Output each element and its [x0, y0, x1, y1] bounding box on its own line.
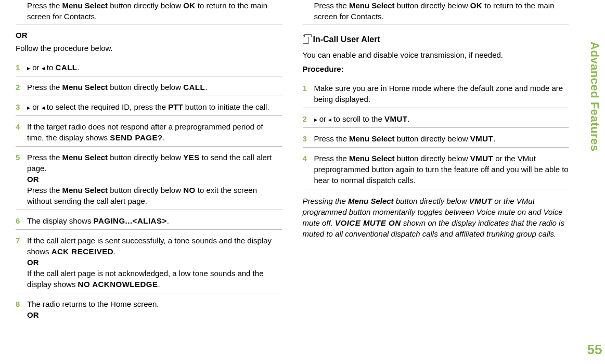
step-number: 8	[16, 298, 27, 320]
text: button directly below	[394, 197, 469, 205]
text: .	[163, 133, 165, 142]
step-number: 1	[16, 62, 27, 73]
step-text: Press the Menu Select button directly be…	[314, 153, 569, 186]
left-intro: Press the Menu Select button directly be…	[16, 0, 282, 22]
or-label: OR	[27, 175, 39, 184]
or-label: OR	[27, 310, 39, 319]
text: .	[407, 114, 409, 123]
step-number: 5	[16, 152, 27, 206]
text: to select the required ID, press the	[45, 102, 169, 111]
text: or	[30, 102, 42, 111]
step-text: The radio returns to the Home screen. OR	[27, 298, 282, 320]
menu-select-label: Menu Select	[62, 186, 108, 194]
text: button directly below	[108, 83, 183, 92]
text: Press the	[314, 1, 350, 10]
text: Press the	[314, 134, 350, 143]
text: .	[167, 216, 169, 225]
step-text: or to CALL.	[27, 62, 282, 73]
step-4: 4 If the target radio does not respond a…	[16, 116, 282, 143]
step-text: Press the Menu Select button directly be…	[314, 133, 569, 144]
follow-text: Follow the procedure below.	[16, 43, 282, 54]
manual-page: Press the Menu Select button directly be…	[0, 0, 605, 364]
step-text: or to scroll to the VMUT.	[314, 113, 569, 124]
sidebar-title: Advanced Features	[587, 42, 603, 151]
ptt-label: PTT	[168, 102, 183, 111]
step-1: 1 or to CALL.	[16, 57, 282, 73]
step-number: 2	[16, 82, 27, 93]
right-intro: Press the Menu Select button directly be…	[303, 0, 569, 22]
vmut-label: VMUT	[384, 114, 408, 123]
menu-select-label: Menu Select	[349, 154, 395, 163]
step-6: 6 The display shows PAGING...<ALIAS>.	[16, 210, 282, 226]
step-number: 3	[16, 101, 27, 112]
step-number: 2	[303, 113, 314, 124]
divider	[16, 24, 282, 24]
yes-label: YES	[183, 153, 200, 162]
text: .	[113, 247, 115, 256]
section-title: In-Call User Alert	[313, 34, 380, 45]
procedure-label: Procedure:	[303, 63, 569, 74]
vmut-label: VMUT	[470, 154, 494, 163]
text: or	[317, 114, 329, 123]
step-text: If the target radio does not respond aft…	[27, 121, 282, 143]
text: .	[78, 63, 80, 72]
text: button directly below	[108, 186, 183, 194]
section-description: You can enable and disable voice transmi…	[303, 49, 569, 60]
step-text: The display shows PAGING...<ALIAS>.	[27, 215, 282, 226]
step-number: 4	[16, 121, 27, 143]
menu-select-label: Menu Select	[62, 153, 108, 162]
ok-label: OK	[470, 1, 483, 10]
send-page-label: SEND PAGE?	[110, 133, 162, 142]
text: Press the	[27, 83, 62, 92]
step-8: 8 The radio returns to the Home screen. …	[16, 293, 282, 320]
text: or	[30, 63, 42, 72]
no-label: NO	[183, 186, 196, 194]
or-label: OR	[27, 258, 39, 267]
right-column: Press the Menu Select button directly be…	[292, 0, 585, 364]
divider	[303, 189, 569, 189]
r-step-3: 3 Press the Menu Select button directly …	[303, 128, 569, 144]
section-header: In-Call User Alert	[303, 34, 569, 45]
step-text: or to select the required ID, press the …	[27, 101, 282, 112]
text: button directly below	[395, 1, 470, 10]
r-step-2: 2 or to scroll to the VMUT.	[303, 108, 569, 124]
menu-select-label: Menu Select	[349, 134, 395, 143]
note-paragraph: Pressing the Menu Select button directly…	[303, 196, 569, 239]
step-number: 1	[303, 83, 314, 105]
page-number: 55	[587, 340, 602, 359]
text: button directly below	[108, 153, 183, 162]
step-number: 6	[16, 215, 27, 226]
text: to	[45, 63, 56, 72]
ack-received-label: ACK RECEIVED	[52, 247, 113, 256]
sidebar: Advanced Features 55	[584, 0, 605, 364]
step-text: Press the Menu Select button directly be…	[27, 152, 282, 206]
text: Press the	[314, 154, 350, 163]
text: .	[205, 83, 207, 92]
text: .	[158, 280, 160, 289]
step-text: Press the Menu Select button directly be…	[27, 82, 282, 93]
step-2: 2 Press the Menu Select button directly …	[16, 76, 282, 93]
text: Pressing the	[303, 197, 349, 205]
document-icon	[303, 35, 309, 44]
text: Press the	[27, 153, 62, 162]
no-acknowledge-label: NO ACKNOWLEDGE	[78, 280, 158, 289]
menu-select-label: Menu Select	[62, 83, 108, 92]
step-text: If the call alert page is sent successfu…	[27, 235, 282, 290]
text: Press the	[27, 186, 62, 194]
r-step-4: 4 Press the Menu Select button directly …	[303, 148, 569, 186]
r-step-1: 1 Make sure you are in Home mode where t…	[303, 77, 569, 105]
step-5: 5 Press the Menu Select button directly …	[16, 147, 282, 206]
or-label: OR	[16, 30, 282, 41]
text: The display shows	[27, 216, 94, 225]
paging-label: PAGING...<ALIAS>	[94, 216, 167, 225]
step-7: 7 If the call alert page is sent success…	[16, 230, 282, 290]
text: button to initiate the call.	[183, 102, 269, 111]
left-column: Press the Menu Select button directly be…	[0, 0, 292, 364]
step-text: Make sure you are in Home mode where the…	[314, 83, 569, 105]
vmut-label: VMUT	[470, 134, 494, 143]
menu-select-label: Menu Select	[62, 1, 108, 10]
text: Press the	[27, 1, 62, 10]
text: The radio returns to the Home screen.	[27, 300, 159, 308]
call-label: CALL	[56, 63, 78, 72]
step-number: 7	[16, 235, 27, 290]
